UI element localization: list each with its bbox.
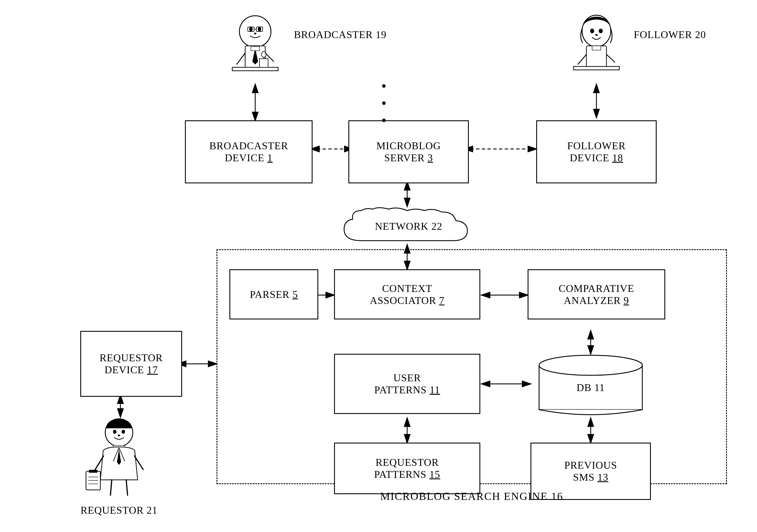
follower-device-box: FOLLOWER DEVICE 18 [536, 120, 657, 183]
dots: ••• [381, 77, 388, 129]
svg-rect-40 [573, 67, 620, 70]
svg-point-35 [590, 29, 594, 33]
context-associator-box: CONTEXT ASSOCIATOR 7 [334, 269, 480, 320]
requestor-patterns-box: REQUESTOR PATTERNS 15 [334, 443, 480, 494]
parser-box: PARSER 5 [229, 269, 318, 320]
svg-point-19 [249, 27, 253, 32]
svg-rect-29 [259, 59, 268, 67]
diagram: BROADCASTER 19 F [0, 0, 757, 532]
svg-line-41 [578, 54, 587, 65]
previous-sms-line1: PREVIOUS [564, 459, 617, 471]
comp-analyzer-num: 9 [624, 295, 629, 306]
svg-line-32 [237, 53, 245, 65]
search-engine-label: MICROBLOG SEARCH ENGINE 16 [217, 490, 727, 502]
network-cloud: NETWORK 22 [338, 206, 479, 246]
svg-rect-39 [592, 46, 601, 50]
broadcaster-person [218, 14, 292, 83]
svg-point-48 [118, 434, 120, 436]
requestor-person [77, 417, 161, 497]
follower-device-line1: FOLLOWER [567, 140, 626, 152]
svg-line-61 [126, 479, 128, 496]
user-patterns-line1: USER [374, 372, 440, 384]
svg-point-47 [122, 430, 125, 434]
broadcaster-device-line1: BROADCASTER [209, 140, 288, 152]
svg-point-36 [599, 29, 603, 33]
microblog-server-box: MICROBLOG SERVER 3 [348, 120, 469, 183]
broadcaster-device-num: 1 [267, 152, 273, 164]
svg-rect-27 [251, 46, 259, 51]
comp-analyzer-line1: COMPARATIVE [559, 283, 634, 294]
svg-rect-28 [232, 67, 278, 71]
requestor-patterns-num: 15 [429, 469, 440, 480]
svg-point-24 [254, 33, 257, 34]
svg-point-18 [239, 16, 271, 47]
svg-point-37 [595, 34, 597, 36]
network-label: NETWORK 22 [375, 220, 442, 232]
svg-point-44 [539, 355, 642, 375]
svg-line-60 [110, 479, 112, 496]
requestor-device-box: REQUESTOR DEVICE 17 [80, 331, 182, 397]
context-assoc-num: 7 [439, 295, 444, 306]
user-patterns-num: 11 [430, 384, 440, 396]
parser-num: 5 [292, 289, 298, 300]
requestor-device-line1: REQUESTOR [100, 352, 163, 364]
requestor-label: REQUESTOR 21 [77, 504, 161, 516]
follower-person [562, 14, 631, 83]
requestor-device-num: 17 [147, 364, 158, 376]
svg-point-20 [258, 27, 261, 32]
broadcaster-device-box: BROADCASTER DEVICE 1 [185, 120, 313, 183]
db-label: DB 11 [577, 381, 605, 394]
svg-point-31 [261, 52, 266, 57]
microblog-server-line1: MICROBLOG [376, 140, 441, 152]
context-assoc-line1: CONTEXT [370, 283, 444, 294]
microblog-server-num: 3 [428, 152, 433, 164]
follower-device-num: 18 [612, 152, 623, 164]
previous-sms-num: 13 [597, 471, 608, 483]
broadcaster-label: BROADCASTER 19 [294, 29, 386, 41]
requestor-patterns-line1: REQUESTOR [374, 456, 440, 468]
svg-line-42 [606, 54, 615, 63]
db-cylinder: DB 11 [530, 354, 651, 418]
comparative-analyzer-box: COMPARATIVE ANALYZER 9 [528, 269, 665, 320]
user-patterns-box: USER PATTERNS 11 [334, 354, 480, 414]
svg-rect-55 [89, 470, 98, 473]
svg-point-46 [113, 430, 116, 434]
follower-label: FOLLOWER 20 [634, 29, 706, 41]
